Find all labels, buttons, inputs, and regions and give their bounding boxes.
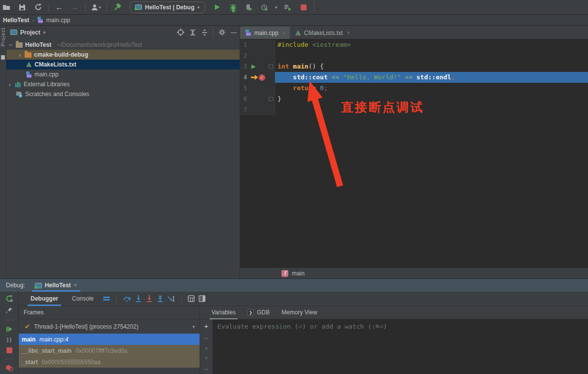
close-icon[interactable]: ×	[74, 282, 77, 289]
tab-cmakelists[interactable]: CMakeLists.txt ×	[290, 27, 354, 39]
user-icon[interactable]: ▾	[91, 2, 102, 13]
tree-item-label: CMakeLists.txt	[35, 61, 76, 68]
tab-variables[interactable]: Variables	[207, 306, 241, 319]
evaluate-expression-input[interactable]	[213, 319, 588, 333]
run-config-label: HelloTest | Debug	[145, 4, 194, 11]
variables-tabs: Variables ❯ GDB Memory View	[200, 306, 588, 319]
step-into-icon[interactable]	[135, 295, 142, 302]
thread-selector[interactable]: ✔ Thread-1-[HelloTest] (process 2754202)…	[19, 319, 200, 334]
libraries-icon	[15, 81, 21, 87]
debug-header: Debug: HelloTest ×	[0, 279, 588, 292]
gear-icon[interactable]	[218, 29, 226, 36]
frame-row-libc[interactable]: __libc_start_main 0x00007ffff7c3ed0a	[19, 345, 200, 356]
save-icon[interactable]	[17, 2, 28, 13]
frames-panel: Frames ✔ Thread-1-[HelloTest] (process 2…	[19, 306, 200, 374]
coverage-button[interactable]	[243, 2, 254, 13]
force-step-into-icon[interactable]	[146, 295, 153, 302]
expand-all-icon[interactable]	[189, 29, 196, 36]
run-to-cursor-icon[interactable]	[168, 295, 175, 302]
profiler-button[interactable]	[259, 2, 270, 13]
evaluate-expression-icon[interactable]	[188, 295, 195, 302]
profiler-chevron-icon[interactable]: ▾	[275, 5, 277, 10]
settings-wrench-icon[interactable]	[5, 307, 13, 314]
add-watch-icon[interactable]: +	[204, 323, 208, 329]
forward-icon[interactable]: →	[69, 2, 80, 13]
step-out-icon[interactable]	[157, 295, 164, 302]
debug-session-tab[interactable]: HelloTest ×	[32, 279, 80, 292]
rerun-icon[interactable]	[5, 295, 13, 303]
pause-icon[interactable]	[6, 337, 12, 343]
cpp-file-icon: C++	[245, 30, 251, 36]
stop-button[interactable]	[298, 2, 309, 13]
run-gutter-icon[interactable]	[251, 64, 256, 69]
variables-empty-area	[213, 333, 588, 374]
build-hammer-icon[interactable]	[112, 2, 123, 13]
tree-item-maincpp[interactable]: C++ main.cpp	[6, 69, 240, 79]
cmake-icon	[295, 30, 301, 36]
close-icon[interactable]: ×	[346, 30, 350, 36]
session-label: HelloTest	[45, 282, 71, 289]
locate-file-icon[interactable]	[177, 29, 184, 36]
run-button[interactable]	[212, 2, 223, 13]
chevron-collapsed-icon[interactable]: ›	[17, 51, 22, 59]
chevron-collapsed-icon[interactable]: ›	[7, 81, 12, 88]
tree-item-scratches[interactable]: Scratches and Consoles	[6, 89, 240, 99]
view-breakpoints-icon[interactable]	[5, 365, 13, 371]
tree-item-hellotest[interactable]: › HelloTest ~/Documents/work/pro/HelloTe…	[6, 40, 240, 50]
layout-settings-icon[interactable]	[199, 295, 206, 302]
debug-window-label: Debug:	[6, 282, 25, 289]
chevron-expanded-icon[interactable]: ›	[7, 42, 15, 47]
threads-view-icon[interactable]	[103, 296, 110, 302]
tab-memory-view[interactable]: Memory View	[277, 306, 322, 319]
fold-marker[interactable]	[269, 97, 273, 101]
close-icon[interactable]: ×	[282, 30, 286, 36]
collapse-all-icon[interactable]	[201, 29, 208, 36]
code-editor[interactable]: 1 #include <iostream> 2 3 int main() {	[240, 39, 588, 268]
sync-icon[interactable]	[33, 2, 43, 13]
tab-maincpp[interactable]: C++ main.cpp ×	[240, 27, 290, 39]
fold-marker[interactable]	[269, 65, 273, 68]
breadcrumb-project[interactable]: HelloTest	[3, 17, 29, 24]
evaluate-expression-row	[213, 319, 588, 333]
open-icon[interactable]	[1, 2, 12, 13]
tree-item-external-libraries[interactable]: › External Libraries	[6, 79, 240, 89]
debug-tool-window: Debug: HelloTest ×	[0, 278, 588, 374]
hide-panel-icon[interactable]: —	[231, 29, 237, 36]
tree-item-cmake-build-debug[interactable]: › cmake-build-debug	[6, 50, 240, 60]
breadcrumb-function[interactable]: main	[292, 270, 305, 277]
tree-item-cmakelists[interactable]: CMakeLists.txt	[6, 60, 240, 69]
step-over-icon[interactable]	[123, 295, 131, 302]
tab-debugger[interactable]: Debugger	[26, 292, 63, 306]
tree-item-label: main.cpp	[35, 71, 59, 78]
svg-text:C++: C++	[246, 33, 251, 35]
move-watch-up-icon[interactable]: ▲	[204, 346, 209, 350]
editor-breadcrumbs: f main	[240, 268, 588, 278]
frame-row-main[interactable]: main main.cpp:4	[19, 334, 200, 345]
scratches-icon	[16, 91, 23, 98]
variables-panel: Variables ❯ GDB Memory View + – ▲	[200, 306, 588, 374]
back-icon[interactable]: ←	[54, 2, 65, 13]
stripe-project-label[interactable]: Project	[0, 28, 6, 46]
chevron-down-icon: ▾	[192, 324, 195, 329]
debug-button[interactable]	[228, 2, 239, 13]
watches-toolbar: + – ▲ ▼ –	[200, 319, 213, 374]
tab-gdb[interactable]: ❯ GDB	[242, 306, 275, 319]
annotation-text: 直接断点调试	[341, 99, 424, 115]
thread-label: Thread-1-[HelloTest] (process 2754202)	[34, 323, 138, 330]
move-watch-down-icon[interactable]: ▼	[204, 356, 209, 360]
watch-overflow-icon[interactable]: –	[204, 367, 208, 371]
breakpoint-icon[interactable]: ✓	[259, 74, 265, 81]
chevron-down-icon[interactable]: ▾	[43, 30, 46, 35]
stop-icon[interactable]	[6, 347, 12, 353]
tree-item-label: HelloTest	[25, 41, 51, 48]
attach-process-button[interactable]	[282, 2, 293, 13]
frame-row-start[interactable]: _start 0x00005555555550aa	[19, 356, 200, 368]
run-configuration-select[interactable]: HelloTest | Debug ▾	[130, 1, 205, 13]
tree-item-label: cmake-build-debug	[34, 51, 88, 58]
breadcrumb-file[interactable]: main.cpp	[46, 17, 70, 24]
project-title[interactable]: Project	[20, 29, 40, 36]
remove-watch-icon[interactable]: –	[204, 336, 208, 340]
session-icon	[35, 283, 42, 288]
resume-icon[interactable]	[6, 326, 13, 333]
tab-console[interactable]: Console	[67, 292, 99, 306]
